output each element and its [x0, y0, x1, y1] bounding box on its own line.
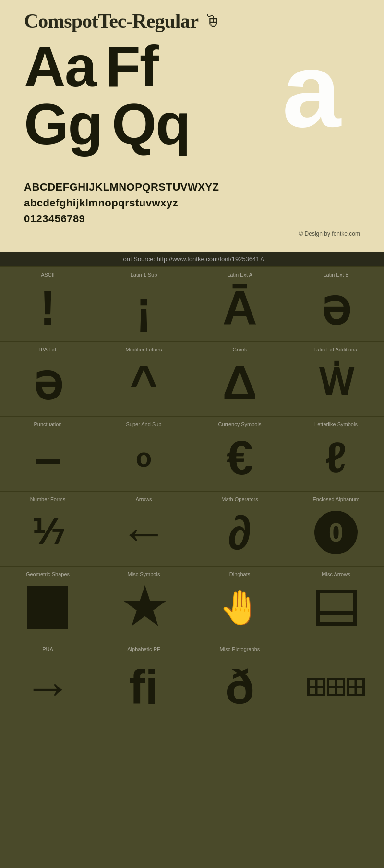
glyph-latin-ext-b: ə [321, 281, 351, 334]
cell-cross-boxes [288, 658, 384, 721]
alphabet-section: ABCDEFGHIJKLMNOPQRSTUVWXYZ abcdefghijklm… [24, 179, 360, 227]
specimen-area: Aa Ff Gg Qq a [24, 37, 360, 172]
cell-alphabetic-label: Alphabetic PF [96, 641, 192, 658]
label-misc-arrows: Misc Arrows [322, 571, 350, 577]
glyph-punctuation: – [35, 431, 61, 484]
glyph-cross-boxes [307, 661, 365, 713]
digits: 0123456789 [24, 211, 360, 227]
cell-latin1sup: Latin 1 Sup ¡ [96, 267, 192, 341]
label-number-forms: Number Forms [30, 496, 65, 502]
cell-empty-label [288, 641, 384, 658]
cell-ipa-ext: IPA Ext ə [0, 342, 96, 416]
glyph-ascii: ! [40, 281, 56, 334]
grid-row-2: IPA Ext ə Modifier Letters ^ Greek Δ Lat… [0, 341, 384, 416]
glyph-pua: → [24, 661, 72, 713]
cell-alphabetic: fi [96, 658, 192, 721]
cell-dingbats: Dingbats 🤚 [192, 567, 288, 641]
label-enclosed-alphanum: Enclosed Alphanum [312, 496, 359, 502]
label-misc-symbols: Misc Symbols [128, 571, 160, 577]
glyph-math-operators: ∂ [228, 506, 252, 559]
cell-pua-label: PUA [0, 641, 96, 658]
label-currency: Currency Symbols [218, 422, 262, 427]
giant-a: a [282, 37, 341, 143]
copyright: © Design by fontke.com [24, 230, 360, 237]
cell-misc-arrows: Misc Arrows [288, 567, 384, 641]
grid-row-4: Number Forms ⅐ Arrows ← Math Operators ∂… [0, 491, 384, 566]
glyph-geometric [27, 581, 68, 634]
glyph-grid: ASCII ! Latin 1 Sup ¡ Latin Ext A Ā Lati… [0, 266, 384, 721]
specimen-Ff: Ff [105, 37, 157, 95]
glyph-alphabetic: fi [129, 661, 158, 713]
grid-row-6-glyphs: → fi ð [0, 658, 384, 721]
label-latin1sup: Latin 1 Sup [131, 272, 157, 277]
glyph-misc-symbols: ★ [122, 581, 166, 634]
label-super-sub: Super And Sub [126, 422, 161, 427]
cell-latin-ext-add: Latin Ext Additional Ẇ [288, 342, 384, 416]
font-preview-header: ComspotTec-Regular 🖰 Aa Ff Gg Qq a ABCDE… [0, 0, 384, 252]
cell-number-forms: Number Forms ⅐ [0, 492, 96, 566]
label-dingbats: Dingbats [229, 571, 250, 577]
glyph-misc-pict: ð [225, 661, 254, 713]
cell-pua: → [0, 658, 96, 721]
cell-super-sub: Super And Sub o [96, 417, 192, 491]
label-latin-ext-b: Latin Ext B [323, 272, 348, 277]
glyph-misc-arrows [316, 581, 357, 634]
cell-enclosed-alphanum: Enclosed Alphanum 0 [288, 492, 384, 566]
misc-arrows-line [320, 611, 353, 615]
glyph-greek: Δ [223, 356, 257, 409]
cell-latin-ext-a: Latin Ext A Ā [192, 267, 288, 341]
label-latin-ext-add: Latin Ext Additional [313, 347, 359, 352]
cell-misc-symbols: Misc Symbols ★ [96, 567, 192, 641]
label-punctuation: Punctuation [34, 422, 61, 427]
cell-currency: Currency Symbols € [192, 417, 288, 491]
glyph-number-forms: ⅐ [32, 506, 64, 559]
cell-ascii: ASCII ! [0, 267, 96, 341]
glyph-enclosed-alphanum: 0 [314, 506, 358, 559]
cell-misc-pict-label: Misc Pictographs [192, 641, 288, 658]
label-ascii: ASCII [41, 272, 55, 277]
specimen-Gg: Gg [24, 95, 102, 153]
enclosed-zero-text: 0 [329, 519, 344, 546]
uppercase-alphabet: ABCDEFGHIJKLMNOPQRSTUVWXYZ [24, 179, 360, 195]
misc-arrows-shape [316, 590, 357, 626]
glyph-latin-ext-a: Ā [222, 281, 257, 334]
title-row: ComspotTec-Regular 🖰 [24, 10, 360, 33]
label-ipa-ext: IPA Ext [39, 347, 56, 352]
glyph-arrows: ← [120, 506, 168, 559]
source-bar: Font Source: http://www.fontke.com/font/… [0, 252, 384, 266]
glyph-latin1sup: ¡ [136, 281, 152, 334]
cell-punctuation: Punctuation – [0, 417, 96, 491]
label-latin-ext-a: Latin Ext A [227, 272, 252, 277]
glyph-ipa-ext: ə [33, 356, 63, 409]
glyph-letterlike: ℓ [325, 431, 347, 484]
cell-arrows: Arrows ← [96, 492, 192, 566]
glyph-latin-ext-add: Ẇ [318, 356, 354, 409]
specimen-Aa: Aa [24, 37, 96, 95]
cross-box-1 [307, 678, 325, 696]
glyph-modifier-letters: ^ [130, 356, 157, 409]
black-square-shape [27, 586, 68, 629]
grid-row-1: ASCII ! Latin 1 Sup ¡ Latin Ext A Ā Lati… [0, 266, 384, 341]
label-alphabetic: Alphabetic PF [127, 646, 160, 652]
label-math-operators: Math Operators [221, 496, 258, 502]
glyph-super-sub: o [136, 431, 152, 484]
cell-geometric: Geometric Shapes [0, 567, 96, 641]
label-geometric: Geometric Shapes [26, 571, 70, 577]
cell-letterlike: Letterlike Symbols ℓ [288, 417, 384, 491]
font-name: ComspotTec-Regular [24, 10, 198, 33]
glyph-dingbats: 🤚 [219, 581, 261, 634]
label-pua: PUA [42, 646, 53, 652]
glyph-currency: € [227, 431, 253, 484]
grid-row-3: Punctuation – Super And Sub o Currency S… [0, 416, 384, 491]
cell-modifier-letters: Modifier Letters ^ [96, 342, 192, 416]
label-misc-pict: Misc Pictographs [220, 646, 260, 652]
cell-greek: Greek Δ [192, 342, 288, 416]
grid-row-5: Geometric Shapes Misc Symbols ★ Dingbats… [0, 566, 384, 641]
enclosed-circle: 0 [314, 511, 358, 554]
font-icon: 🖰 [204, 11, 221, 31]
source-text: Font Source: http://www.fontke.com/font/… [120, 255, 265, 263]
label-modifier-letters: Modifier Letters [126, 347, 162, 352]
label-letterlike: Letterlike Symbols [314, 422, 358, 427]
cross-box-3 [347, 678, 365, 696]
cross-box-2 [327, 678, 345, 696]
